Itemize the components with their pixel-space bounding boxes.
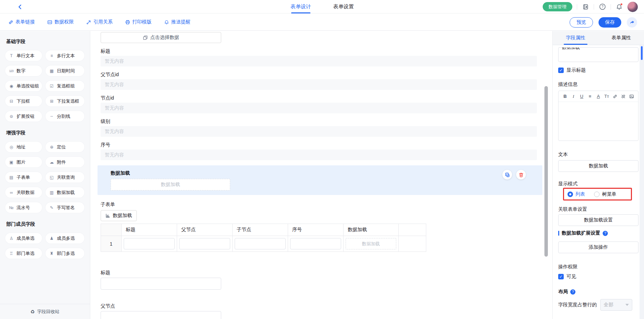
- palette-item-divider[interactable]: ╌分割线: [45, 111, 84, 122]
- radio-option-tree-menu[interactable]: 树菜单: [594, 191, 616, 197]
- tab-form-design[interactable]: 表单设计: [290, 0, 311, 13]
- field-name-input-clipped[interactable]: 数据加载: [558, 47, 638, 62]
- editor-content[interactable]: [559, 102, 638, 141]
- palette-item-datetime[interactable]: ▦日期时间: [45, 65, 84, 76]
- palette-item-attachment[interactable]: ☁附件: [45, 157, 84, 167]
- help-icon[interactable]: ?: [603, 231, 608, 236]
- table-input-serial[interactable]: [290, 238, 341, 249]
- select-data-button[interactable]: 点击选择数据: [101, 32, 221, 43]
- insert-link-button[interactable]: [611, 93, 619, 100]
- notification-bell-icon[interactable]: [615, 3, 623, 11]
- field-recycle-bin[interactable]: ♻ 字段回收站: [0, 304, 90, 319]
- italic-button[interactable]: I: [570, 93, 577, 100]
- title-input[interactable]: [101, 278, 221, 290]
- save-button[interactable]: 保存: [599, 17, 621, 28]
- palette-item-data-loader[interactable]: ▥数据加载: [45, 187, 84, 198]
- palette-item-serial-number[interactable]: №流水号: [5, 202, 42, 213]
- selected-field-data-loader[interactable]: 数据加载 数据加载: [98, 165, 542, 195]
- radio-unselected-icon[interactable]: [594, 192, 600, 197]
- description-rich-editor[interactable]: B I U ≡ A Tᴛ: [558, 91, 638, 141]
- select-icon: ⊟: [8, 99, 14, 104]
- data-loader-placeholder-button[interactable]: 数据加载: [111, 179, 230, 191]
- palette-item-dept-multi[interactable]: ♜部门多选: [45, 248, 84, 259]
- parent-node-input[interactable]: [101, 311, 221, 319]
- help-icon[interactable]: ?: [570, 289, 575, 295]
- palette-item-extend-button[interactable]: ⊜扩展按钮: [5, 111, 42, 122]
- palette-item-member-single[interactable]: ♙成员单选: [5, 233, 42, 244]
- palette-item-multi-text[interactable]: ≡多行文本: [45, 50, 84, 61]
- canvas-scrollbar[interactable]: [544, 86, 548, 257]
- palette-item-number[interactable]: 123数字: [5, 65, 42, 76]
- subform-field[interactable]: 子表单 数据加载 标题 父节点 子节点 序号 数据加载 1: [101, 201, 537, 252]
- panel-scrollbar-track[interactable]: [640, 45, 644, 319]
- field-row-level[interactable]: 级别 暂无内容: [101, 118, 537, 137]
- palette-item-dept-single[interactable]: ♖部门单选: [5, 248, 42, 259]
- editor-toolbar: B I U ≡ A Tᴛ: [559, 91, 638, 102]
- bold-button[interactable]: B: [561, 93, 569, 100]
- toolbar-link-form-url[interactable]: 表单链接: [8, 19, 35, 25]
- palette-item-signature[interactable]: ✎手写签名: [45, 202, 84, 213]
- data-manage-button[interactable]: 数据管理: [543, 2, 572, 11]
- radio-selected-icon[interactable]: [568, 192, 573, 197]
- table-input-title[interactable]: [124, 238, 175, 249]
- select-data-icon: [143, 35, 148, 40]
- field-row-parent-id[interactable]: 父节点id 暂无内容: [101, 71, 537, 90]
- tab-form-settings[interactable]: 表单设置: [333, 0, 354, 13]
- palette-item-multi-select[interactable]: ⊞下拉复选框: [45, 96, 84, 106]
- tab-field-properties[interactable]: 字段属性: [553, 31, 599, 45]
- field-row-title[interactable]: 标题 暂无内容: [101, 48, 537, 66]
- delete-field-button[interactable]: [516, 170, 526, 179]
- checkbox-checked-icon[interactable]: ✓: [558, 68, 564, 73]
- palette-item-related-query[interactable]: ◱关联查询: [45, 172, 84, 183]
- palette-item-related-data[interactable]: ∞关联数据: [5, 187, 42, 198]
- data-loader-settings-button[interactable]: 数据加载设置: [558, 214, 638, 226]
- underline-button[interactable]: U: [578, 93, 585, 100]
- field-width-select[interactable]: 全部: [600, 299, 632, 311]
- checkbox-checked-icon[interactable]: ✓: [558, 274, 564, 279]
- back-button[interactable]: [17, 3, 23, 10]
- share-button[interactable]: [627, 17, 637, 28]
- help-icon[interactable]: ?: [599, 3, 606, 11]
- copy-field-button[interactable]: [502, 170, 512, 179]
- field-row-bottom-title[interactable]: 标题: [101, 269, 537, 290]
- palette-item-member-multi[interactable]: ♟成员多选: [45, 233, 84, 244]
- toolbar-link-reference[interactable]: 引用关系: [86, 19, 113, 25]
- show-title-checkbox-row[interactable]: ✓ 显示标题: [558, 67, 638, 73]
- radio-option-list[interactable]: 列表: [568, 191, 585, 197]
- table-input-child-node[interactable]: [235, 238, 286, 249]
- preview-button[interactable]: 预览: [570, 17, 593, 28]
- image-icon: [629, 94, 634, 99]
- palette-item-subform[interactable]: ▤子表单: [5, 172, 42, 183]
- palette-item-image[interactable]: ▣图片: [5, 157, 42, 167]
- font-size-button[interactable]: Tᴛ: [603, 93, 611, 100]
- palette-label: 日期时间: [57, 68, 75, 74]
- field-row-bottom-parent[interactable]: 父节点: [101, 302, 537, 319]
- toolbar-link-push-reminder[interactable]: 推送提醒: [164, 19, 191, 25]
- palette-item-select[interactable]: ⊟下拉框: [5, 96, 42, 106]
- palette-item-radio-group[interactable]: ◉单选按钮组: [5, 81, 42, 91]
- subform-data-loader-button[interactable]: 数据加载: [101, 210, 137, 221]
- font-color-button[interactable]: A: [594, 93, 602, 100]
- table-input-parent-node[interactable]: [179, 238, 230, 249]
- text-value-box[interactable]: 数据加载: [558, 160, 638, 172]
- contact-book-icon[interactable]: [582, 3, 589, 11]
- palette-item-checkbox-group[interactable]: ☑复选框组: [45, 81, 84, 91]
- palette-item-address[interactable]: ◎地址: [5, 142, 42, 152]
- palette-item-single-text[interactable]: T单行文本: [5, 50, 42, 61]
- table-cell-serial: [288, 236, 344, 251]
- field-label: 节点id: [101, 94, 537, 101]
- toolbar-link-data-permission[interactable]: 数据权限: [47, 19, 74, 25]
- add-action-button[interactable]: 添加操作: [558, 241, 638, 253]
- user-avatar[interactable]: [627, 2, 638, 12]
- field-row-node-id[interactable]: 节点id 暂无内容: [101, 94, 537, 113]
- visible-checkbox-row[interactable]: ✓ 可见: [558, 274, 638, 280]
- insert-image-button[interactable]: [628, 93, 635, 100]
- toolbar-link-print-template[interactable]: 打印模版: [125, 19, 152, 25]
- field-row-serial[interactable]: 序号 暂无内容: [101, 141, 537, 160]
- palette-item-location[interactable]: ⊕定位: [45, 142, 84, 152]
- table-data-loader-button[interactable]: 数据加载: [346, 238, 396, 249]
- align-button[interactable]: ≡: [586, 93, 594, 100]
- tab-form-properties[interactable]: 表单属性: [599, 31, 644, 45]
- remove-link-button[interactable]: [620, 93, 627, 100]
- panel-scrollbar-thumb[interactable]: [641, 46, 643, 60]
